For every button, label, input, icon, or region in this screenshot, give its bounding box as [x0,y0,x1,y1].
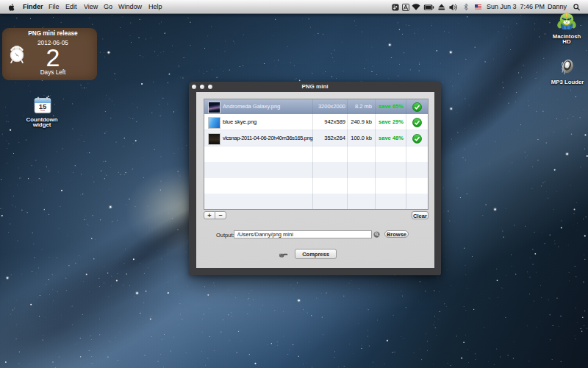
svg-text:June: June [40,109,46,112]
